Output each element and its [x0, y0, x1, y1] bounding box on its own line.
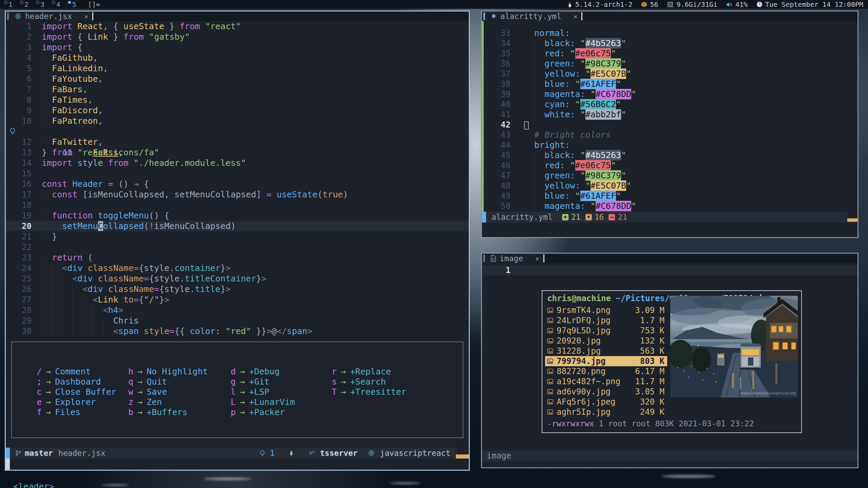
which-key-item-comment[interactable]: /→Comment	[37, 367, 116, 377]
code-line[interactable]: 2import { Link } from "gatsby"	[6, 32, 469, 42]
tab-header-jsx[interactable]: header.jsx ✕	[6, 12, 92, 21]
file-row[interactable]: AFq5r6j.jpeg320 K	[545, 397, 667, 407]
which-key-item-explorer[interactable]: e→Explorer	[37, 397, 116, 407]
file-row[interactable]: 31228.jpg563 K	[545, 346, 667, 356]
code-line[interactable]: 38 blue: "#61AFEF"	[482, 79, 857, 89]
close-icon[interactable]: ✕	[574, 13, 577, 20]
code-line[interactable]: 46 red: "#e06c75"	[482, 160, 857, 171]
file-row[interactable]: 882720.png6.17 M	[545, 366, 667, 376]
code-line[interactable]: 49 blue: "#61AFEF"	[482, 191, 857, 201]
code-line[interactable]: 10 FaPatreon,	[6, 116, 469, 126]
layout-symbol[interactable]: []=	[88, 0, 100, 8]
code-line[interactable]: 29 Chris	[6, 315, 469, 326]
code-line[interactable]: 16const Header = () ⇒ {	[6, 179, 469, 189]
lightbulb-icon[interactable]	[9, 128, 16, 135]
code-line[interactable]: 37 yellow: "#E5C07B"	[482, 69, 857, 79]
code-line[interactable]: 13} from "react-icons/fa"	[6, 147, 469, 158]
code-line[interactable]: 9 FaDiscord,	[6, 105, 469, 116]
code-line[interactable]: 1import React, { useState } from "react"	[6, 21, 469, 32]
code-line[interactable]: 23 return (	[6, 252, 469, 263]
code-line[interactable]: 26 <div className={style.title}>	[6, 284, 469, 294]
code-line[interactable]: 22	[6, 242, 469, 252]
file-row[interactable]: 97q9L5D.jpg753 K	[545, 326, 667, 336]
code-token	[93, 316, 103, 326]
code-line[interactable]: 45 black: "#4b5263"	[482, 150, 857, 160]
code-line-diagnostic[interactable]: 11 FaRss,	[6, 126, 469, 137]
workspace-1[interactable]: 1	[4, 0, 20, 9]
code-line[interactable]: 12 FaTwitter,	[6, 137, 469, 147]
code-line[interactable]: 28 <h4>	[6, 305, 469, 315]
code-token: container	[174, 263, 220, 273]
workspace-4[interactable]: 4	[52, 0, 68, 9]
code-token: ,	[88, 95, 93, 105]
which-key-item-quit[interactable]: q→Quit	[128, 377, 208, 387]
which-key-item-replace[interactable]: r→+Replace	[332, 367, 406, 377]
code-line[interactable]: 21 }	[6, 231, 469, 242]
which-key-item-save[interactable]: w→Save	[128, 387, 208, 397]
which-key-item-zen[interactable]: z→Zen	[128, 397, 208, 407]
code-line[interactable]: 50 magenta: "#C678DD"	[482, 201, 857, 211]
code-line[interactable]: 27 <Link to={"/"}>	[6, 294, 469, 305]
code-line[interactable]: 19 function toggleMenu() {	[6, 210, 469, 221]
tab-image[interactable]: image ✕	[482, 254, 543, 263]
code-line[interactable]: 24 <div className={style.container}>	[6, 263, 469, 273]
which-key-item-git[interactable]: g→+Git	[231, 377, 295, 387]
file-row[interactable]: 24LrDFQ.jpg1.7 M	[545, 315, 667, 326]
which-key-item-buffers[interactable]: b→+Buffers	[128, 407, 208, 417]
code-line[interactable]: 6 FaYoutube,	[6, 74, 469, 84]
code-line-cursor[interactable]: 20 setMenuCollapsed(!isMenuCollapsed)	[6, 221, 469, 231]
which-key-item-treesitter[interactable]: T→+Treesitter	[332, 387, 406, 397]
code-line[interactable]: 35 red: "#e06c75"	[482, 48, 857, 59]
code-line[interactable]: 15	[6, 168, 469, 179]
code-line[interactable]: 4 FaGithub,	[6, 53, 469, 63]
memory-usage: 9.6Gi/31Gi	[676, 0, 717, 8]
code-line[interactable]: 43 # Bright colors	[482, 130, 857, 140]
code-line[interactable]: 7 FaBars,	[6, 84, 469, 95]
which-key-item-close-buffer[interactable]: c→Close Buffer	[37, 387, 116, 397]
code-line[interactable]: 42	[482, 120, 857, 130]
file-row[interactable]: a19c482f~.png11.7 M	[545, 376, 667, 387]
scrollbar-indicator[interactable]	[847, 218, 857, 222]
code-line[interactable]: 40 cyan: "#56B6C2"	[482, 99, 857, 110]
code-token	[42, 137, 52, 147]
workspace-5-active[interactable]: 5	[68, 0, 84, 9]
workspace-2[interactable]: 2	[20, 0, 36, 9]
code-line[interactable]: 25 <div className={style.titleContainer}…	[6, 273, 469, 284]
which-key-item-no-highlight[interactable]: h→No Highlight	[128, 367, 208, 377]
tab-alacritty-yml[interactable]: alacritty.yml ✕	[482, 12, 581, 21]
code-line[interactable]: 8 FaTimes,	[6, 95, 469, 105]
which-key-item-search[interactable]: s→+Search	[332, 377, 406, 387]
workspace-3[interactable]: 3	[36, 0, 52, 9]
code-line[interactable]: 36 green: "#98C379"	[482, 59, 857, 69]
file-row[interactable]: 9rsmTK4.png3.09 M	[545, 305, 667, 315]
code-line[interactable]: 5 FaLinkedin,	[6, 63, 469, 74]
code-line[interactable]: 48 yellow: "#E5C07B"	[482, 181, 857, 191]
code-line[interactable]: 17 const [isMenuCollapsed, setMenuCollap…	[6, 189, 469, 200]
which-key-item-lsp[interactable]: l→+LSP	[231, 387, 295, 397]
code-line[interactable]: 3import {	[6, 42, 469, 53]
file-row-selected[interactable]: 799794.jpg803 K	[545, 356, 667, 366]
which-key-item-packer[interactable]: p→+Packer	[231, 407, 295, 417]
code-line[interactable]: 44 bright:	[482, 140, 857, 150]
which-key-item-debug[interactable]: d→+Debug	[231, 367, 295, 377]
file-row[interactable]: 20920.jpg132 K	[545, 336, 667, 346]
code-line[interactable]: 41 white: "#abb2bf"	[482, 110, 857, 120]
close-icon[interactable]: ✕	[84, 13, 88, 20]
code-line[interactable]: 34 black: "#4b5263"	[482, 38, 857, 48]
file-row[interactable]: ad6v90y.jpg3.05 M	[545, 387, 667, 397]
penguin-icon	[567, 1, 573, 8]
scrollbar-indicator[interactable]	[456, 454, 469, 458]
which-key-item-dashboard[interactable]: ;→Dashboard	[37, 377, 116, 387]
code-line[interactable]: 33 normal:	[482, 28, 857, 38]
file-row[interactable]: aghr5Ip.jpg249 K	[545, 407, 667, 417]
code-line[interactable]: 30 <span style={{ color: "red" }}>@</spa…	[6, 326, 469, 336]
code-line-cursor[interactable]: 1	[482, 265, 857, 275]
code-line[interactable]: 18	[6, 200, 469, 210]
code-line[interactable]: 14import style from "./header.module.les…	[6, 158, 469, 168]
code-line[interactable]: 47 green: "#98C379"	[482, 171, 857, 181]
close-icon[interactable]: ✕	[535, 255, 539, 262]
image-file-icon	[547, 308, 553, 313]
which-key-item-lunarvim[interactable]: L→+LunarVim	[231, 397, 295, 407]
which-key-item-files[interactable]: f→Files	[37, 407, 116, 417]
code-line[interactable]: 39 magenta: "#C678DD"	[482, 89, 857, 99]
